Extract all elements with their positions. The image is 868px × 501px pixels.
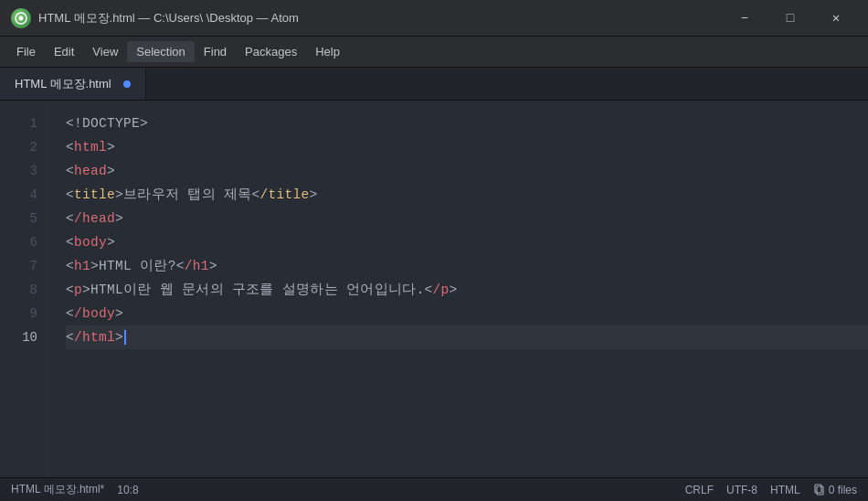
code-line-3: <head> — [66, 159, 868, 183]
status-cursor[interactable]: 10:8 — [117, 484, 138, 496]
title-bar-left: HTML 메모장.html — C:\Users\ \Desktop — Ato… — [11, 8, 299, 28]
code-content[interactable]: <!DOCTYPE> <html> <head> <title>브라우저 탭의 … — [48, 101, 868, 477]
code-line-7: <h1>HTML 이란?</h1> — [66, 254, 868, 278]
files-icon — [813, 484, 825, 496]
window-title: HTML 메모장.html — C:\Users\ \Desktop — Ato… — [38, 10, 299, 27]
unsaved-indicator — [123, 80, 131, 88]
close-button[interactable]: ✕ — [815, 5, 857, 32]
line-num-6: 6 — [30, 230, 37, 254]
status-files: 0 files — [813, 484, 857, 496]
menu-file[interactable]: File — [7, 41, 45, 62]
line-num-4: 4 — [30, 183, 37, 207]
app-icon — [11, 8, 31, 28]
line-num-3: 3 — [30, 159, 37, 183]
status-filename[interactable]: HTML 메모장.html* — [11, 482, 104, 497]
code-line-8: <p>HTML이란 웹 문서의 구조를 설명하는 언어입니다.</p> — [66, 278, 868, 302]
line-num-9: 9 — [30, 302, 37, 325]
menu-packages[interactable]: Packages — [236, 41, 306, 62]
line-num-10: 10 — [22, 325, 37, 349]
svg-point-1 — [19, 16, 24, 20]
minimize-button[interactable]: − — [724, 5, 766, 32]
code-line-9: </body> — [66, 302, 868, 325]
editor-area[interactable]: 1 2 3 4 5 6 7 8 9 10 <!DOCTYPE> <html> <… — [0, 101, 868, 477]
line-num-5: 5 — [30, 207, 37, 230]
status-bar: HTML 메모장.html* 10:8 CRLF UTF-8 HTML 0 fi… — [0, 477, 868, 501]
tab-bar: HTML 메모장.html — [0, 68, 868, 101]
maximize-button[interactable]: □ — [769, 5, 811, 32]
code-line-1: <!DOCTYPE> — [66, 112, 868, 135]
files-count: 0 files — [829, 484, 857, 496]
menu-help[interactable]: Help — [306, 41, 349, 62]
code-line-5: </head> — [66, 207, 868, 230]
status-encoding[interactable]: UTF-8 — [726, 484, 757, 496]
code-line-4: <title>브라우저 탭의 제목</title> — [66, 183, 868, 207]
svg-rect-3 — [817, 486, 823, 495]
line-numbers: 1 2 3 4 5 6 7 8 9 10 — [0, 101, 48, 477]
menu-bar: File Edit View Selection Find Packages H… — [0, 37, 868, 68]
line-num-1: 1 — [30, 112, 37, 135]
code-line-10: </html> — [66, 325, 868, 349]
svg-rect-2 — [815, 485, 821, 493]
title-bar: HTML 메모장.html — C:\Users\ \Desktop — Ato… — [0, 0, 868, 37]
line-num-2: 2 — [30, 135, 37, 159]
menu-selection[interactable]: Selection — [127, 41, 194, 62]
line-num-8: 8 — [30, 278, 37, 302]
menu-edit[interactable]: Edit — [45, 41, 83, 62]
menu-find[interactable]: Find — [195, 41, 236, 62]
status-syntax[interactable]: HTML — [770, 484, 800, 496]
tab-html-file[interactable]: HTML 메모장.html — [0, 68, 146, 100]
code-line-6: <body> — [66, 230, 868, 254]
tab-title: HTML 메모장.html — [15, 76, 111, 92]
status-left: HTML 메모장.html* 10:8 — [11, 482, 139, 497]
line-num-7: 7 — [30, 254, 37, 278]
status-right: CRLF UTF-8 HTML 0 files — [685, 484, 857, 496]
text-cursor — [124, 330, 126, 345]
menu-view[interactable]: View — [83, 41, 127, 62]
status-line-ending[interactable]: CRLF — [685, 484, 714, 496]
window-controls: − □ ✕ — [724, 5, 857, 32]
code-line-2: <html> — [66, 135, 868, 159]
